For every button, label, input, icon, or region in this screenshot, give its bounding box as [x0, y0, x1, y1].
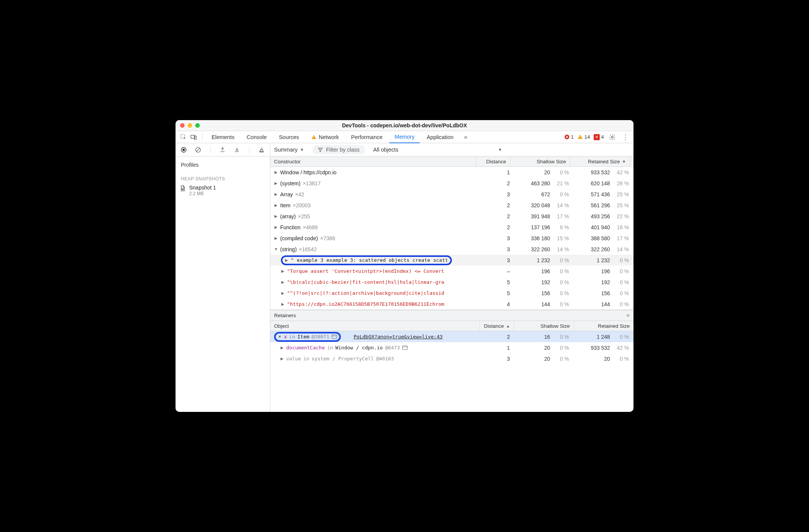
table-row[interactable]: ▶ "https://cdpn.io2AC766158D5B7507E17015… — [270, 299, 633, 310]
svg-rect-3 — [314, 136, 314, 138]
table-row[interactable]: ▼ x in Item @38071 PoLdbOX?anon=true&vie… — [270, 331, 633, 342]
svg-rect-7 — [580, 138, 580, 138]
table-row[interactable]: ▶ "\b(calc|cubic-bezier|fit-content|hsl|… — [270, 277, 633, 288]
snapshot-item[interactable]: Snapshot 1 2.2 MB — [176, 183, 270, 198]
col-shallow-size[interactable]: Shallow Size — [510, 156, 570, 166]
tab-label: Application — [426, 134, 453, 140]
table-row[interactable]: ▶ documentCache in Window / cdpn.io @647… — [270, 342, 633, 353]
settings-icon[interactable] — [608, 133, 617, 142]
zoom-window-button[interactable] — [195, 123, 200, 128]
distance-cell: 2 — [480, 222, 514, 233]
disclosure-triangle-icon[interactable]: ▶ — [281, 302, 285, 306]
disclosure-triangle-icon[interactable]: ▶ — [274, 170, 278, 174]
disclosure-triangle-icon[interactable]: ▶ — [274, 225, 278, 229]
retainers-title: Retainers — [274, 313, 296, 318]
sort-asc-icon: ▲ — [506, 324, 510, 328]
col-constructor[interactable]: Constructor — [270, 156, 476, 166]
disclosure-triangle-icon[interactable]: ▶ — [274, 214, 278, 218]
source-link[interactable]: PoLdbOX?anon=true&view=live:43 — [354, 334, 443, 340]
table-row[interactable]: ▶ (array) ×255 2 391 94817 % 493 25622 % — [270, 211, 633, 222]
tab-application[interactable]: Application — [421, 131, 459, 143]
table-row[interactable]: ▶ Window / https://cdpn.io 1 200 % 933 5… — [270, 167, 633, 178]
disclosure-triangle-icon[interactable]: ▶ — [281, 280, 285, 284]
svg-point-10 — [183, 149, 185, 151]
col-retained-size[interactable]: Retained Size ▼ — [570, 156, 630, 166]
col-object[interactable]: Object — [270, 321, 480, 331]
retainers-rows[interactable]: ▼ x in Item @38071 PoLdbOX?anon=true&vie… — [270, 331, 633, 412]
table-row[interactable]: ▶ (compiled code) ×7386 3 336 18015 % 38… — [270, 233, 633, 244]
snapshot-name: Snapshot 1 — [189, 185, 216, 191]
constructor-label: (array) — [280, 213, 296, 219]
distance-cell: 3 — [480, 244, 514, 255]
class-filter-input[interactable]: Filter by class — [312, 145, 365, 154]
col-retained-size[interactable]: Retained Size — [574, 321, 633, 331]
filter-placeholder: Filter by class — [326, 147, 360, 153]
disclosure-triangle-icon[interactable]: ▶ — [280, 346, 284, 350]
disclosure-triangle-icon[interactable]: ▶ — [274, 236, 278, 240]
minimize-window-button[interactable] — [188, 123, 192, 128]
distance-cell: 3 — [480, 353, 514, 364]
col-shallow-size[interactable]: Shallow Size — [514, 321, 574, 331]
string-value: "^(?!on|src|(?:action|archive|background… — [287, 290, 444, 296]
sort-desc-icon: ▼ — [622, 160, 626, 164]
export-icon[interactable] — [218, 145, 227, 154]
record-button[interactable] — [179, 145, 188, 154]
tab-console[interactable]: Console — [241, 131, 272, 143]
distance-cell: 2 — [480, 331, 514, 342]
clear-button[interactable] — [194, 145, 203, 154]
property-name: x — [284, 334, 287, 340]
table-row[interactable]: ▼ (string) ×16542 3 322 26014 % 322 2601… — [270, 244, 633, 255]
distance-cell: – — [480, 266, 514, 277]
constructors-rows[interactable]: ▶ Window / https://cdpn.io 1 200 % 933 5… — [270, 167, 633, 310]
error-icon — [564, 134, 570, 140]
device-toolbar-icon[interactable] — [189, 133, 198, 142]
tab-elements[interactable]: Elements — [206, 131, 240, 143]
disclosure-triangle-icon[interactable]: ▶ — [274, 181, 278, 185]
table-row[interactable]: ▶ "Torque assert 'Convert<uintptr>(endIn… — [270, 266, 633, 277]
tab-performance[interactable]: Performance — [346, 131, 388, 143]
object-path: system / PropertyCell — [312, 356, 374, 361]
disclosure-triangle-icon[interactable]: ▶ — [281, 291, 285, 295]
filter-icon — [318, 147, 323, 152]
disclosure-triangle-icon[interactable]: ▶ — [274, 203, 278, 207]
gc-broom-icon[interactable] — [257, 145, 266, 154]
disclosure-triangle-icon[interactable]: ▼ — [274, 247, 278, 251]
tab-network[interactable]: Network — [306, 131, 344, 143]
table-row[interactable]: ▶ "^(?!on|src|(?:action|archive|backgrou… — [270, 288, 633, 299]
distance-cell: 3 — [480, 233, 514, 244]
disclosure-triangle-icon[interactable]: ▼ — [278, 335, 282, 339]
more-options-icon[interactable]: ⋮ — [621, 133, 630, 141]
table-row[interactable]: ▶ (system) ×13817 2 463 28021 % 620 1482… — [270, 178, 633, 189]
in-keyword: in — [303, 356, 309, 361]
constructor-label: Array — [280, 191, 293, 197]
disclosure-triangle-icon[interactable]: ▶ — [274, 192, 278, 196]
tab-sources[interactable]: Sources — [274, 131, 304, 143]
disclosure-triangle-icon[interactable]: ▶ — [281, 269, 285, 273]
table-row[interactable]: ▶ Array ×42 3 6720 % 571 43625 % — [270, 189, 633, 200]
table-row[interactable]: ▶ " example 3 example 3: scattered objec… — [270, 255, 633, 266]
blocked-count[interactable]: ✕ 4 — [594, 134, 604, 140]
close-window-button[interactable] — [180, 123, 185, 128]
distance-cell: 5 — [480, 277, 514, 288]
disclosure-triangle-icon[interactable]: ▶ — [285, 258, 288, 262]
string-value: "\b(calc|cubic-bezier|fit-content|hsl|hs… — [287, 279, 444, 285]
table-row[interactable]: ▶ Function ×4689 2 137 1966 % 401 94018 … — [270, 222, 633, 233]
retainers-title-bar: Retainers ≡ — [270, 310, 633, 321]
table-row[interactable]: ▶ Item ×20003 2 320 04814 % 561 29625 % — [270, 200, 633, 211]
col-distance[interactable]: Distance — [476, 156, 510, 166]
constructor-label: Function — [280, 224, 301, 230]
pane-menu-icon[interactable]: ≡ — [627, 313, 630, 318]
disclosure-triangle-icon[interactable]: ▶ — [280, 357, 284, 361]
warning-count[interactable]: 14 — [577, 134, 590, 140]
error-count[interactable]: 1 — [564, 134, 574, 140]
objects-filter-dropdown[interactable]: All objects ▼ — [373, 147, 502, 153]
object-path: Window / cdpn.io — [335, 345, 383, 350]
more-tabs-icon[interactable]: » — [460, 133, 471, 142]
table-row[interactable]: ▶ value in system / PropertyCell @40163 … — [270, 353, 633, 364]
inspect-element-icon[interactable] — [179, 133, 188, 142]
tab-memory[interactable]: Memory — [389, 131, 420, 143]
string-value: " example 3 example 3: scattered objects… — [291, 257, 448, 263]
col-distance[interactable]: Distance ▲ — [480, 321, 514, 331]
view-dropdown[interactable]: Summary ▼ — [274, 147, 304, 153]
import-icon[interactable] — [232, 145, 241, 154]
